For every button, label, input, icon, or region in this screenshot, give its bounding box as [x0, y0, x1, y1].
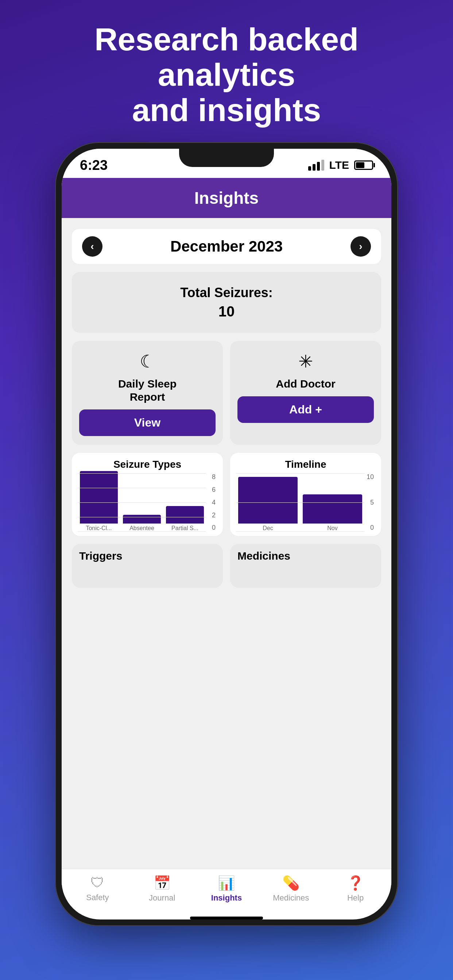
bottom-nav: 🛡 Safety 📅 Journal 📊 Insights 💊 Medicine… [62, 869, 391, 914]
doctor-icon: ✳ [298, 351, 313, 372]
doctor-label: Add Doctor [276, 377, 335, 390]
bar-tonic: Tonic-Cl... [80, 471, 118, 531]
page-header: Research backed analytics and insights [0, 0, 453, 142]
nav-insights[interactable]: 📊 Insights [208, 875, 245, 903]
status-icons: LTE [308, 159, 373, 171]
bar-dec-fill [238, 477, 298, 523]
timeline-chart: Timeline Dec [230, 453, 381, 536]
bar-partial: Partial S... [166, 506, 204, 531]
nav-medicines[interactable]: 💊 Medicines [273, 875, 309, 903]
bottom-section-row: Triggers Medicines [72, 544, 381, 588]
medicines-title: Medicines [230, 544, 381, 565]
timeline-y-labels: 10 5 0 [367, 473, 374, 531]
status-time: 6:23 [80, 158, 108, 173]
month-navigation: ‹ December 2023 › [72, 229, 381, 264]
triggers-title: Triggers [72, 544, 223, 565]
bar-partial-label: Partial S... [171, 525, 198, 531]
sleep-icon: ☾ [140, 351, 155, 372]
bar-dec-label: Dec [263, 525, 273, 531]
prev-month-button[interactable]: ‹ [82, 236, 102, 257]
current-month: December 2023 [170, 238, 283, 255]
seizure-types-title: Seizure Types [78, 459, 217, 470]
bar-nov-label: Nov [327, 525, 337, 531]
page-header-text: Research backed analytics and insights [22, 22, 431, 127]
total-seizures-label: Total Seizures: [85, 285, 368, 301]
help-icon: ❓ [347, 875, 364, 891]
journal-icon: 📅 [153, 875, 171, 891]
timeline-bar-chart: Dec Nov 10 5 0 [236, 473, 375, 531]
medicines-icon: 💊 [282, 875, 300, 891]
bar-partial-fill [166, 506, 204, 523]
total-seizures-card: Total Seizures: 10 [72, 272, 381, 333]
doctor-card: ✳ Add Doctor Add + [230, 341, 381, 445]
seizure-types-chart: Seizure Types Tonic-Cl... [72, 453, 223, 536]
sleep-label: Daily SleepReport [118, 377, 177, 404]
seizure-types-bar-chart: Tonic-Cl... Absentee Partial S... [78, 473, 217, 531]
signal-icon [308, 160, 324, 170]
help-label: Help [347, 893, 364, 903]
seizure-bars: Tonic-Cl... Absentee Partial S... [80, 473, 215, 531]
medicines-card: Medicines [230, 544, 381, 588]
timeline-title: Timeline [236, 459, 375, 470]
phone-notch [179, 149, 274, 167]
triggers-card: Triggers [72, 544, 223, 588]
app-content: ‹ December 2023 › Total Seizures: 10 ☾ D… [62, 218, 391, 869]
nav-safety[interactable]: 🛡 Safety [79, 875, 116, 902]
nav-help[interactable]: ❓ Help [337, 875, 374, 903]
safety-label: Safety [86, 893, 109, 902]
safety-icon: 🛡 [91, 875, 104, 891]
total-seizures-count: 10 [85, 303, 368, 320]
bar-absentee: Absentee [123, 515, 161, 531]
bar-nov: Nov [303, 495, 362, 531]
bar-absentee-label: Absentee [129, 525, 154, 531]
feature-cards-row: ☾ Daily SleepReport View ✳ Add Doctor Ad… [72, 341, 381, 445]
bar-absentee-fill [123, 515, 161, 523]
timeline-bars: Dec Nov [238, 473, 373, 531]
journal-label: Journal [149, 893, 175, 903]
next-month-button[interactable]: › [351, 236, 371, 257]
app-title: Insights [195, 188, 258, 207]
phone-frame: 6:23 LTE Insights ‹ December 2023 › [55, 142, 398, 926]
view-sleep-button[interactable]: View [79, 409, 215, 436]
seizure-y-labels: 8 6 4 2 0 [212, 473, 215, 531]
sleep-card: ☾ Daily SleepReport View [72, 341, 223, 445]
bar-nov-fill [303, 495, 362, 523]
nav-journal[interactable]: 📅 Journal [144, 875, 180, 903]
home-indicator [190, 916, 263, 920]
insights-icon: 📊 [218, 875, 235, 891]
insights-label: Insights [211, 893, 242, 903]
medicines-label: Medicines [273, 893, 309, 903]
app-header: Insights [62, 178, 391, 218]
battery-icon [354, 161, 373, 170]
lte-label: LTE [329, 159, 349, 171]
bar-dec: Dec [238, 477, 298, 531]
add-doctor-button[interactable]: Add + [238, 396, 374, 423]
bar-tonic-label: Tonic-Cl... [86, 525, 112, 531]
bar-tonic-fill [80, 471, 118, 523]
charts-row: Seizure Types Tonic-Cl... [72, 453, 381, 536]
